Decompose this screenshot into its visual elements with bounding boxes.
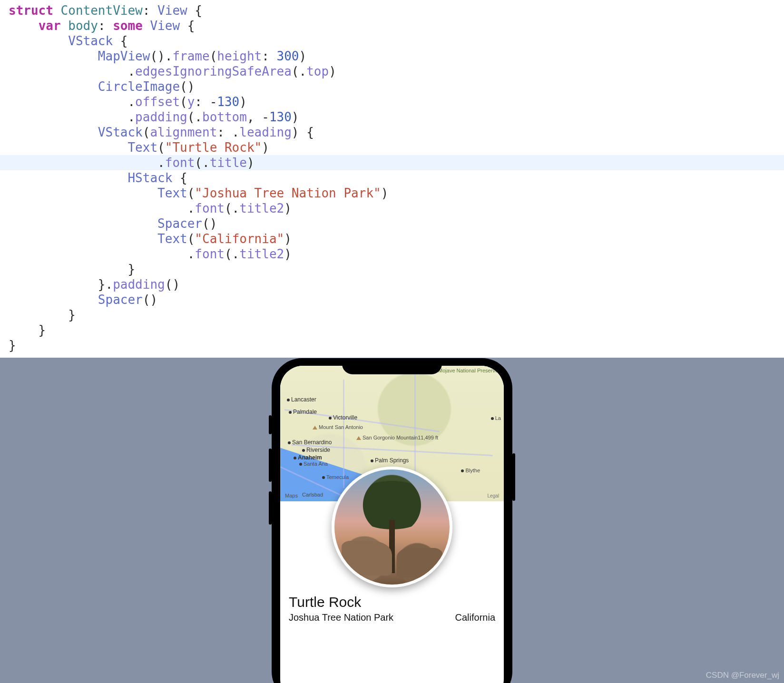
landmark-title: Turtle Rock (289, 594, 495, 610)
map-legal-link[interactable]: Legal (488, 493, 499, 498)
num-neg130b: 130 (269, 110, 292, 124)
map-label-sanbern: San Bernardino (288, 439, 332, 446)
map-label-blythe: Blythe (461, 468, 480, 473)
method-padding: padding (135, 110, 187, 124)
type-text: Text (127, 140, 157, 155)
phone-screen: Mojave National Preserve Lancaster Palmd… (280, 366, 504, 683)
map-label-santaana: Santa Ana (299, 461, 328, 467)
type-circleimage: CircleImage (98, 79, 180, 94)
rock-right-shape (397, 548, 443, 578)
prop-body: body (68, 19, 98, 33)
volume-down-icon (269, 491, 272, 525)
map-label-anaheim: Anaheim (294, 454, 322, 461)
method-font: font (165, 156, 195, 170)
kw-var: var (39, 19, 61, 33)
mute-switch-icon (269, 415, 272, 434)
mountain-icon (356, 436, 361, 440)
notch-icon (342, 358, 442, 374)
method-edges: edgesIgnoringSafeArea (135, 64, 292, 78)
str-ca: "California" (195, 232, 284, 246)
code-editor[interactable]: struct ContentView: View { var body: som… (0, 0, 784, 358)
map-label-carlsbad: Carlsbad (302, 492, 323, 498)
landmark-park: Joshua Tree Nation Park (289, 612, 393, 623)
map-label-mtsan: Mount San Antonio (313, 425, 363, 430)
kw-some: some (113, 19, 143, 33)
iphone-frame: Mojave National Preserve Lancaster Palmd… (280, 358, 504, 683)
mountain-icon (313, 426, 317, 429)
rock-left-shape (342, 541, 392, 576)
type-view: View (157, 3, 187, 18)
apple-maps-attribution: Maps (285, 493, 298, 498)
map-label-riverside: Riverside (302, 447, 330, 453)
volume-up-icon (269, 449, 272, 482)
preview-canvas[interactable]: Mojave National Preserve Lancaster Palmd… (0, 358, 784, 683)
circle-image (332, 467, 452, 587)
str-park: "Joshua Tree Nation Park" (195, 186, 381, 200)
type-vstack: VStack (68, 34, 113, 48)
type-hstack: HStack (127, 171, 172, 185)
power-button-icon (512, 453, 515, 501)
map-label-la: La (491, 415, 501, 421)
method-offset: offset (135, 95, 180, 109)
num-neg130a: 130 (217, 95, 239, 109)
map-label-palmsprings: Palm Springs (371, 457, 409, 464)
kw-struct: struct (9, 3, 53, 18)
map-label-temecula: Temecula (322, 474, 349, 480)
type-spacer: Spacer (157, 216, 202, 231)
type-contentview: ContentView (61, 3, 143, 18)
type-mapview: MapView (98, 49, 150, 63)
map-label-victorville: Victorville (329, 414, 357, 421)
landmark-state: California (455, 612, 495, 623)
map-label-gorgonio: San Gorgonio Mountain11,499 ft (356, 435, 438, 440)
num-300: 300 (277, 49, 299, 63)
str-turtle: "Turtle Rock" (165, 140, 262, 155)
map-label-mojave: Mojave National Preserve (438, 368, 498, 373)
map-label-palmdale: Palmdale (289, 409, 317, 415)
highlighted-line: .font(.title) (0, 155, 784, 170)
landmark-content: Turtle Rock Joshua Tree Nation Park Cali… (280, 594, 504, 623)
map-label-lancaster: Lancaster (287, 396, 316, 403)
watermark: CSDN @Forever_wj (706, 671, 779, 680)
method-frame: frame (172, 49, 209, 63)
